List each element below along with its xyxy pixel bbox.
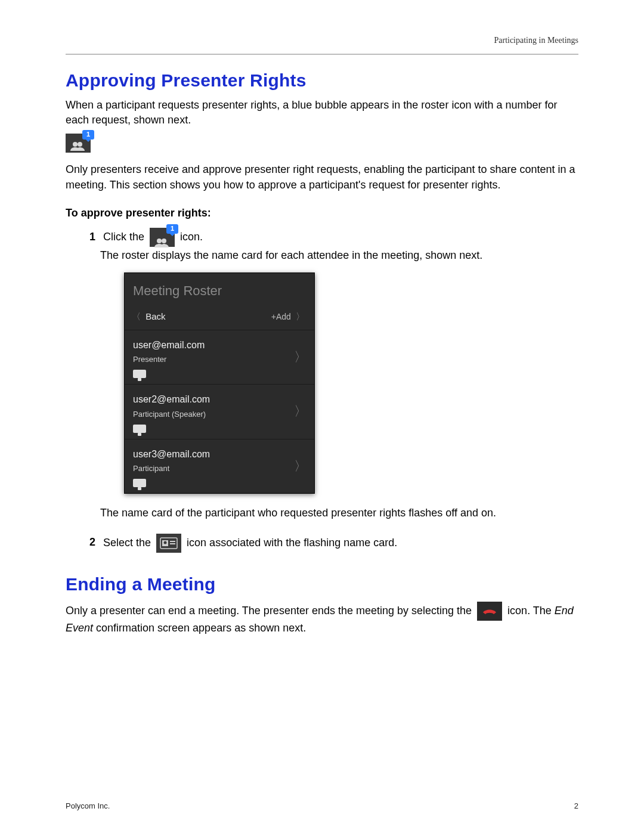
roster-title: Meeting Roster: [125, 273, 314, 306]
footer-page-number: 2: [574, 801, 578, 810]
ending-text-c: confirmation screen appears as shown nex…: [93, 622, 306, 634]
svg-point-2: [157, 239, 162, 243]
ending-paragraph: Only a presenter can end a meeting. The …: [66, 602, 578, 636]
roster-back-button[interactable]: 〈 Back: [132, 309, 166, 324]
roster-add-button[interactable]: +Add 〉: [271, 309, 307, 324]
roster-card-role: Participant: [133, 463, 306, 475]
camera-icon: [133, 370, 146, 378]
step-1-text-b: icon.: [180, 231, 203, 243]
chevron-right-icon: 〉: [294, 401, 307, 422]
notification-badge-inline: 1: [166, 224, 178, 234]
roster-notification-icon-inline: 1: [150, 228, 175, 247]
end-call-icon: [477, 602, 502, 621]
svg-point-1: [78, 142, 82, 147]
step-2-text-a: Select the: [103, 536, 154, 548]
roster-card-email: user2@email.com: [133, 392, 306, 407]
procedure-subhead: To approve presenter rights:: [66, 207, 578, 219]
step-1-text-a: Click the: [103, 231, 147, 243]
camera-icon: [133, 425, 146, 433]
roster-card[interactable]: user@email.com Presenter 〉: [125, 330, 314, 385]
notification-badge: 1: [82, 130, 94, 140]
svg-point-8: [164, 541, 167, 544]
roster-back-label: Back: [145, 311, 165, 321]
header-rule: [66, 54, 578, 55]
step-1-flashing-note: The name card of the participant who req…: [100, 504, 578, 522]
roster-card[interactable]: user2@email.com Participant (Speaker) 〉: [125, 385, 314, 439]
roster-add-label: +Add: [271, 312, 291, 321]
camera-icon: [133, 479, 146, 487]
roster-card[interactable]: user3@email.com Participant 〉: [125, 439, 314, 493]
heading-ending-a-meeting: Ending a Meeting: [66, 574, 578, 594]
chevron-right-icon: 〉: [296, 311, 305, 321]
roster-card-email: user3@email.com: [133, 447, 306, 462]
roster-card-role: Presenter: [133, 354, 306, 366]
chevron-left-icon: 〈: [132, 311, 141, 321]
name-card-icon: [156, 534, 181, 553]
svg-point-0: [73, 142, 78, 147]
intro-paragraph-2: Only presenters receive and approve pres…: [66, 162, 578, 192]
running-header: Participating in Meetings: [66, 36, 578, 45]
roster-card-email: user@email.com: [133, 337, 306, 353]
svg-point-3: [162, 239, 166, 243]
chevron-right-icon: 〉: [294, 346, 307, 367]
step-2-text-b: icon associated with the flashing name c…: [187, 536, 397, 548]
meeting-roster-screenshot: Meeting Roster 〈 Back +Add 〉 user@email.…: [124, 272, 315, 494]
roster-card-role: Participant (Speaker): [133, 408, 306, 421]
step-2: 2 Select the icon associated with the fl…: [89, 534, 578, 553]
intro-paragraph-1: When a participant requests presenter ri…: [66, 98, 578, 128]
roster-notification-icon: 1: [66, 134, 578, 155]
chevron-right-icon: 〉: [294, 456, 307, 476]
footer-company: Polycom Inc.: [66, 801, 110, 810]
heading-approving-presenter-rights: Approving Presenter Rights: [66, 70, 578, 91]
step-1-continuation: The roster displays the name card for ea…: [100, 247, 578, 264]
ending-text-b: icon. The: [507, 604, 555, 616]
ending-text-a: Only a presenter can end a meeting. The …: [66, 604, 475, 616]
step-1: 1 Click the 1 icon.: [89, 228, 578, 247]
